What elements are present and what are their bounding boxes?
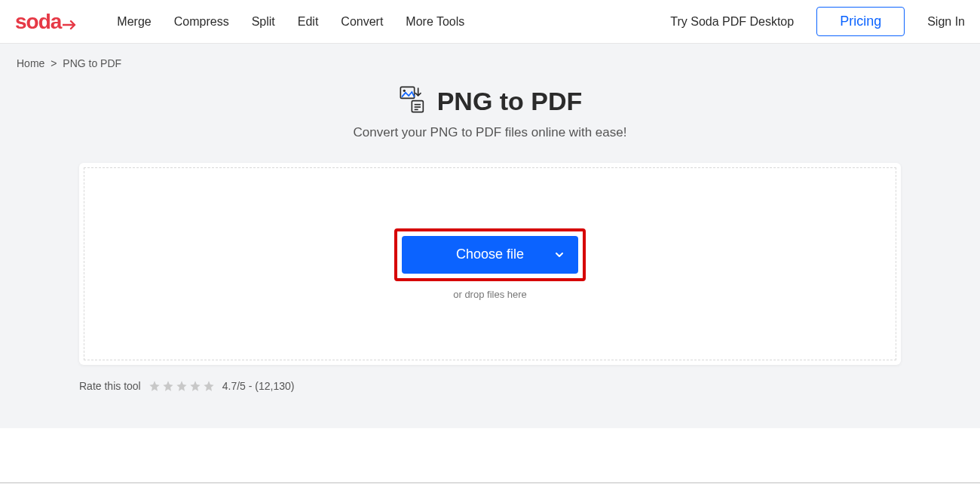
rating-score: 4.7/5 - (12,130) [222, 380, 295, 392]
nav-merge[interactable]: Merge [117, 15, 151, 29]
logo-arrow-icon [63, 11, 79, 35]
title-row: PNG to PDF [0, 84, 980, 118]
breadcrumb-home[interactable]: Home [17, 57, 44, 69]
upload-card: Choose file or drop files here [79, 163, 901, 365]
choose-file-label: Choose file [456, 247, 524, 262]
choose-file-button[interactable]: Choose file [402, 236, 578, 274]
breadcrumb-separator: > [51, 57, 57, 69]
star-icon[interactable] [149, 380, 161, 392]
rating-row: Rate this tool 4.7/5 - (12,130) [79, 380, 901, 392]
chevron-down-icon [554, 250, 565, 260]
main-nav: Merge Compress Split Edit Convert More T… [117, 15, 464, 29]
star-icon[interactable] [203, 380, 215, 392]
drop-hint: or drop files here [453, 289, 527, 300]
nav-split[interactable]: Split [252, 15, 275, 29]
png-to-pdf-icon [398, 84, 428, 118]
page-title: PNG to PDF [437, 87, 583, 116]
nav-more-tools[interactable]: More Tools [406, 15, 464, 29]
logo[interactable]: soda [15, 10, 79, 34]
breadcrumb-current: PNG to PDF [63, 57, 121, 69]
header-bar: soda Merge Compress Split Edit Convert M… [0, 0, 980, 44]
rating-stars[interactable] [149, 380, 215, 392]
pricing-button[interactable]: Pricing [816, 7, 905, 36]
page-subtitle: Convert your PNG to PDF files online wit… [0, 125, 980, 140]
nav-convert[interactable]: Convert [341, 15, 383, 29]
rating-label: Rate this tool [79, 380, 141, 392]
header-right: Try Soda PDF Desktop Pricing Sign In [670, 7, 965, 36]
drop-zone[interactable]: Choose file or drop files here [84, 167, 896, 360]
bottom-divider [0, 482, 980, 483]
svg-point-1 [403, 90, 405, 92]
annotation-highlight: Choose file [394, 228, 586, 281]
star-icon[interactable] [176, 380, 188, 392]
sign-in-link[interactable]: Sign In [927, 15, 965, 29]
nav-edit[interactable]: Edit [298, 15, 319, 29]
star-icon[interactable] [162, 380, 174, 392]
nav-compress[interactable]: Compress [174, 15, 229, 29]
logo-text: soda [15, 10, 61, 34]
page-body: Home > PNG to PDF PNG to PDF Convert you… [0, 44, 980, 428]
breadcrumb: Home > PNG to PDF [0, 44, 980, 77]
try-desktop-link[interactable]: Try Soda PDF Desktop [670, 15, 794, 29]
star-icon[interactable] [189, 380, 201, 392]
